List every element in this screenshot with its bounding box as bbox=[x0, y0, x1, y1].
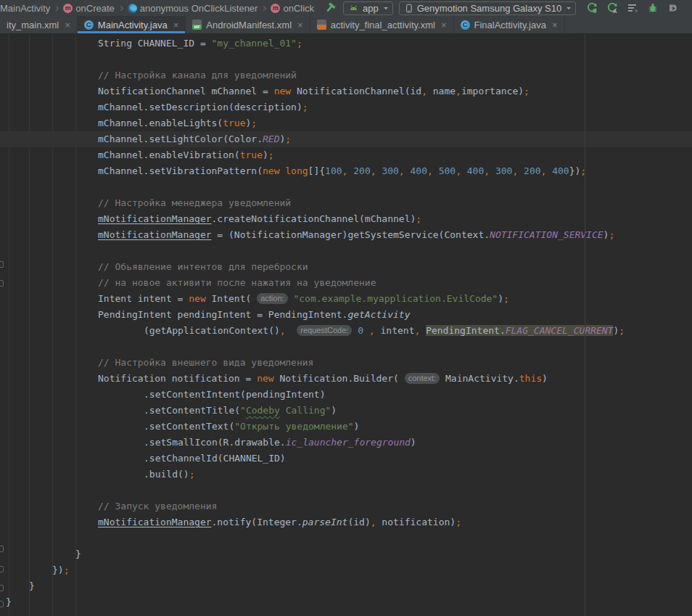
code-line[interactable]: Intent intent = new Intent( action: "com… bbox=[0, 291, 692, 307]
code-token: } bbox=[29, 580, 35, 591]
code-line[interactable]: // Обьявление интентов для переброски bbox=[0, 259, 692, 275]
code-line[interactable]: mChannel.setVibrationPattern(new long[]{… bbox=[0, 163, 692, 179]
fold-marker-icon[interactable] bbox=[0, 601, 4, 607]
code-token: String CHANNEL_ID = bbox=[98, 38, 212, 49]
right-margin-line bbox=[585, 34, 585, 616]
tab-AndroidManifest.xml[interactable]: MFAndroidManifest.xml× bbox=[186, 16, 310, 33]
tab-FinalActtivity.java[interactable]: CFinalActtivity.java× bbox=[454, 16, 565, 33]
close-tab-icon[interactable]: × bbox=[173, 20, 179, 30]
code-line[interactable]: .build(); bbox=[0, 467, 692, 482]
code-line[interactable]: String CHANNEL_ID = "my_channel_01"; bbox=[0, 36, 692, 52]
code-token: ; bbox=[456, 517, 461, 527]
code-token: , bbox=[421, 86, 427, 96]
breadcrumb-item[interactable]: anonymous OnClickListener bbox=[128, 3, 258, 14]
code-line-caret[interactable]: mChannel.setLightColor(Color.RED); bbox=[0, 131, 692, 147]
code-line[interactable]: } bbox=[0, 578, 692, 594]
breadcrumb-item[interactable]: monCreate bbox=[63, 3, 114, 14]
code-token: ) bbox=[263, 149, 268, 160]
code-line[interactable]: NotificationChannel mChannel = new Notif… bbox=[0, 83, 692, 99]
code-line[interactable]: (getApplicationContext(), requestCode: 0… bbox=[0, 323, 692, 339]
editor[interactable]: String CHANNEL_ID = "my_channel_01";// Н… bbox=[0, 34, 692, 616]
code-token: new bbox=[189, 293, 205, 304]
tab-label: activity_final_acttivity.xml bbox=[331, 20, 435, 30]
code-line[interactable]: // Настройка внешнего вида уведомления bbox=[0, 355, 692, 371]
code-line[interactable]: mChannel.setDescription(description); bbox=[0, 99, 692, 115]
device-select[interactable]: Genymotion Samsung Galaxy S10 bbox=[399, 1, 576, 15]
fold-marker-icon[interactable] bbox=[0, 546, 4, 552]
code-token: mNotificationManager bbox=[98, 229, 212, 240]
code-line[interactable]: // Настройка менеджера уведомлений bbox=[0, 195, 692, 211]
code-token: .setContentText( bbox=[144, 421, 234, 432]
breadcrumb-label: onCreate bbox=[75, 3, 114, 14]
code-area[interactable]: String CHANNEL_ID = "my_channel_01";// Н… bbox=[0, 34, 692, 610]
code-token: , bbox=[456, 86, 461, 96]
code-line[interactable] bbox=[0, 530, 692, 546]
code-token: , bbox=[369, 325, 375, 336]
code-line[interactable]: .setSmallIcon(R.drawable.ic_launcher_for… bbox=[0, 435, 692, 451]
code-line[interactable]: mNotificationManager.notify(Integer.pars… bbox=[0, 514, 692, 530]
close-tab-icon[interactable]: × bbox=[552, 20, 558, 30]
code-token: // Настройка внешнего вида уведомления bbox=[98, 357, 313, 368]
code-token: // Запуск уведомления bbox=[98, 501, 217, 512]
code-token: []{ bbox=[308, 165, 325, 176]
parameter-hint: action: bbox=[257, 293, 287, 304]
code-line[interactable]: } bbox=[0, 594, 692, 610]
code-token: mChannel.setVibrationPattern( bbox=[98, 165, 263, 176]
code-line[interactable]: .setContentText("Открыть уведомление") bbox=[0, 419, 692, 435]
code-line[interactable]: PendingIntent pendingIntent = PendingInt… bbox=[0, 307, 692, 323]
close-tab-icon[interactable]: × bbox=[297, 20, 303, 30]
close-tab-icon[interactable]: × bbox=[65, 20, 70, 30]
breadcrumb-item[interactable]: monClick bbox=[271, 3, 314, 14]
code-line[interactable]: mNotificationManager = (NotificationMana… bbox=[0, 227, 692, 243]
fold-marker-icon[interactable] bbox=[0, 261, 4, 268]
tab-activity_final_acttivity.xml[interactable]: activity_final_acttivity.xml× bbox=[310, 16, 454, 33]
code-token: 200 bbox=[524, 165, 540, 176]
code-token: // на новое активити после нажатия на ув… bbox=[98, 277, 376, 288]
code-line[interactable]: mChannel.enableVibration(true); bbox=[0, 147, 692, 163]
fold-marker-icon[interactable] bbox=[0, 585, 4, 591]
code-line[interactable] bbox=[0, 339, 692, 355]
apply-code-changes-icon[interactable]: A bbox=[606, 2, 618, 14]
code-line[interactable]: .setContentTitle("Codeby Calling") bbox=[0, 403, 692, 419]
code-token bbox=[420, 325, 426, 336]
code-token bbox=[490, 165, 495, 176]
fold-marker-icon[interactable] bbox=[0, 566, 4, 572]
apply-changes-restart-icon[interactable] bbox=[586, 2, 598, 14]
code-token: 400 bbox=[411, 165, 427, 176]
code-line[interactable] bbox=[0, 482, 692, 498]
code-line[interactable]: Notification notification = new Notifica… bbox=[0, 371, 692, 387]
code-line[interactable]: // на новое активити после нажатия на ув… bbox=[0, 275, 692, 291]
code-token: ; bbox=[580, 165, 586, 176]
code-token: (id) bbox=[347, 517, 370, 527]
code-line[interactable]: }); bbox=[0, 562, 692, 578]
attach-debugger-icon[interactable] bbox=[667, 2, 679, 14]
run-config-select[interactable]: app bbox=[343, 1, 393, 15]
code-line[interactable]: } bbox=[0, 546, 692, 562]
code-line[interactable] bbox=[0, 52, 692, 67]
tab-MainActivity.java[interactable]: CMainActivity.java× bbox=[78, 16, 186, 33]
code-token: 400 bbox=[552, 165, 569, 176]
fold-marker-icon[interactable] bbox=[0, 280, 4, 287]
code-line[interactable]: mNotificationManager.createNotificationC… bbox=[0, 211, 692, 227]
close-tab-icon[interactable]: × bbox=[441, 20, 447, 30]
tab-ity_main.xml[interactable]: ity_main.xml× bbox=[0, 16, 78, 33]
code-token: NOTIFICATION_SERVICE bbox=[490, 229, 604, 240]
code-token: PendingIntent. bbox=[426, 325, 506, 336]
code-line[interactable]: // Настройка канала для уведомлений bbox=[0, 67, 692, 83]
code-token: Calling" bbox=[280, 405, 331, 416]
code-line[interactable] bbox=[0, 243, 692, 259]
debug-icon[interactable] bbox=[647, 2, 659, 14]
code-line[interactable]: .setChannelId(CHANNEL_ID) bbox=[0, 451, 692, 467]
breadcrumb-item[interactable]: MainActivity bbox=[0, 3, 50, 14]
build-hammer-icon[interactable] bbox=[324, 2, 336, 14]
code-line[interactable]: mChannel.enableLights(true); bbox=[0, 115, 692, 131]
code-token: "my_channel_01" bbox=[212, 38, 297, 49]
profiler-icon[interactable] bbox=[627, 2, 638, 14]
code-line[interactable] bbox=[0, 179, 692, 195]
code-line[interactable]: .setContentIntent(pendingIntent) bbox=[0, 387, 692, 403]
code-line[interactable]: // Запуск уведомления bbox=[0, 498, 692, 514]
code-token: parseInt bbox=[302, 517, 348, 527]
code-token: MainActivity. bbox=[440, 373, 519, 384]
svg-text:A: A bbox=[613, 8, 617, 14]
code-token: ) bbox=[498, 293, 503, 304]
